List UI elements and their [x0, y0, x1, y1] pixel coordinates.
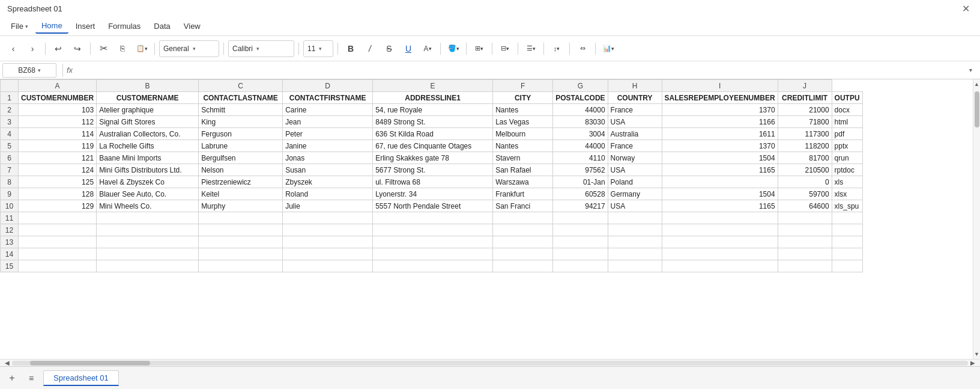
strikethrough-button[interactable]: S	[381, 40, 398, 57]
cell-r12-c1[interactable]	[97, 224, 199, 236]
cell-r6-c7[interactable]: Norway	[608, 152, 662, 164]
cell-r13-c0[interactable]	[19, 236, 97, 248]
h-scroll-track[interactable]	[12, 361, 968, 366]
cell-r13-c9[interactable]	[778, 236, 832, 248]
fill-color-button[interactable]: 🪣▾	[445, 40, 462, 57]
cell-r11-c8[interactable]	[662, 212, 778, 224]
cell-r13-c10[interactable]	[832, 236, 862, 248]
cell-r7-c8[interactable]: 1165	[662, 164, 778, 176]
cell-r2-c10[interactable]: docx	[832, 104, 862, 116]
cell-r8-c5[interactable]: Warszawa	[493, 176, 553, 188]
cell-r15-c10[interactable]	[832, 260, 862, 272]
grid-button[interactable]: ⊟▾	[497, 40, 513, 57]
cell-r14-c1[interactable]	[97, 248, 199, 260]
h-scroll-thumb[interactable]	[30, 361, 150, 366]
cell-r14-c5[interactable]	[493, 248, 553, 260]
cell-r6-c1[interactable]: Baane Mini Imports	[97, 152, 199, 164]
cell-r15-c6[interactable]	[553, 260, 608, 272]
cell-r3-c5[interactable]: Las Vegas	[493, 116, 553, 128]
cell-r13-c8[interactable]	[662, 236, 778, 248]
cell-r6-c4[interactable]: Erling Skakkes gate 78	[373, 152, 493, 164]
cell-r9-c2[interactable]: Keitel	[199, 188, 283, 200]
cell-r15-c9[interactable]	[778, 260, 832, 272]
cell-r4-c0[interactable]: 114	[19, 128, 97, 140]
cell-r9-c1[interactable]: Blauer See Auto, Co.	[97, 188, 199, 200]
col-header-I[interactable]: I	[662, 80, 778, 92]
cell-r15-c7[interactable]	[608, 260, 662, 272]
cell-r3-c4[interactable]: 8489 Strong St.	[373, 116, 493, 128]
cell-r4-c9[interactable]: 117300	[778, 128, 832, 140]
cell-r14-c9[interactable]	[778, 248, 832, 260]
cell-r8-c7[interactable]: Poland	[608, 176, 662, 188]
cell-r8-c1[interactable]: Havel & Zbyszek Co	[97, 176, 199, 188]
cell-r12-c4[interactable]	[373, 224, 493, 236]
v-scroll-down[interactable]: ▼	[973, 349, 981, 359]
v-scroll-up[interactable]: ▲	[973, 79, 981, 89]
h-scroll-left[interactable]: ◀	[2, 359, 12, 366]
cell-r15-c5[interactable]	[493, 260, 553, 272]
cell-r1-c3[interactable]: CONTACTFIRSTNAME	[283, 92, 373, 104]
cell-r7-c10[interactable]: rptdoc	[832, 164, 862, 176]
cell-r13-c4[interactable]	[373, 236, 493, 248]
h-scroll-right[interactable]: ▶	[968, 359, 978, 366]
cell-r5-c7[interactable]: France	[608, 140, 662, 152]
cell-r5-c3[interactable]: Janine	[283, 140, 373, 152]
cell-r12-c9[interactable]	[778, 224, 832, 236]
cell-r10-c6[interactable]: 94217	[553, 200, 608, 212]
cell-r11-c6[interactable]	[553, 212, 608, 224]
cell-r6-c3[interactable]: Jonas	[283, 152, 373, 164]
cell-r7-c9[interactable]: 210500	[778, 164, 832, 176]
add-sheet-button[interactable]: +	[5, 371, 19, 385]
cell-r3-c7[interactable]: USA	[608, 116, 662, 128]
cell-r8-c2[interactable]: Piestrzeniewicz	[199, 176, 283, 188]
cell-r11-c1[interactable]	[97, 212, 199, 224]
cell-r7-c0[interactable]: 124	[19, 164, 97, 176]
cell-r3-c6[interactable]: 83030	[553, 116, 608, 128]
cell-r5-c8[interactable]: 1370	[662, 140, 778, 152]
cell-r13-c2[interactable]	[199, 236, 283, 248]
cell-r4-c7[interactable]: Australia	[608, 128, 662, 140]
cell-r15-c0[interactable]	[19, 260, 97, 272]
cell-r6-c2[interactable]: Bergulfsen	[199, 152, 283, 164]
cell-r15-c3[interactable]	[283, 260, 373, 272]
cell-r7-c7[interactable]: USA	[608, 164, 662, 176]
cell-r7-c1[interactable]: Mini Gifts Distributors Ltd.	[97, 164, 199, 176]
menu-file[interactable]: File ▾	[5, 19, 34, 33]
menu-formulas[interactable]: Formulas	[102, 19, 147, 33]
menu-home[interactable]: Home	[35, 19, 68, 34]
cell-r6-c9[interactable]: 81700	[778, 152, 832, 164]
cell-r15-c2[interactable]	[199, 260, 283, 272]
cell-r13-c5[interactable]	[493, 236, 553, 248]
font-color-button[interactable]: A▾	[419, 40, 436, 57]
cell-r9-c10[interactable]: xlsx	[832, 188, 862, 200]
cell-r7-c6[interactable]: 97562	[553, 164, 608, 176]
cell-r12-c3[interactable]	[283, 224, 373, 236]
cell-r13-c7[interactable]	[608, 236, 662, 248]
cell-r12-c0[interactable]	[19, 224, 97, 236]
cell-r8-c3[interactable]: Zbyszek	[283, 176, 373, 188]
cell-r5-c10[interactable]: pptx	[832, 140, 862, 152]
cell-r3-c3[interactable]: Jean	[283, 116, 373, 128]
cell-r14-c4[interactable]	[373, 248, 493, 260]
cell-r9-c5[interactable]: Frankfurt	[493, 188, 553, 200]
cell-reference-box[interactable]: BZ68 ▾	[2, 63, 56, 78]
cell-r12-c5[interactable]	[493, 224, 553, 236]
cell-r14-c0[interactable]	[19, 248, 97, 260]
cell-r11-c9[interactable]	[778, 212, 832, 224]
cell-r1-c2[interactable]: CONTACTLASTNAME	[199, 92, 283, 104]
cell-r14-c3[interactable]	[283, 248, 373, 260]
col-header-D[interactable]: D	[283, 80, 373, 92]
cell-r12-c2[interactable]	[199, 224, 283, 236]
cell-r11-c2[interactable]	[199, 212, 283, 224]
cell-r8-c8[interactable]	[662, 176, 778, 188]
cell-r11-c3[interactable]	[283, 212, 373, 224]
cell-r6-c0[interactable]: 121	[19, 152, 97, 164]
cell-r9-c6[interactable]: 60528	[553, 188, 608, 200]
sheet-menu-button[interactable]: ≡	[24, 371, 38, 385]
cell-r9-c3[interactable]: Roland	[283, 188, 373, 200]
col-header-A[interactable]: A	[19, 80, 97, 92]
cell-r10-c8[interactable]: 1165	[662, 200, 778, 212]
sort-button[interactable]: ↕▾	[548, 40, 565, 57]
cell-r11-c4[interactable]	[373, 212, 493, 224]
cell-r12-c8[interactable]	[662, 224, 778, 236]
